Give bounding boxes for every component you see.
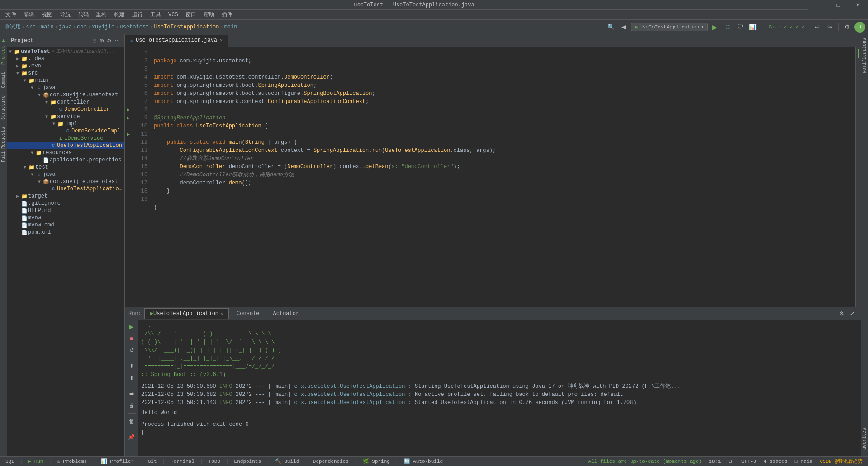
right-strip-favorites[interactable]: Favorites [861, 424, 868, 456]
project-collapse-all-button[interactable]: ⊟ [91, 37, 98, 45]
right-margin-scrollbar[interactable] [855, 47, 861, 307]
gutter-run-9[interactable]: ▶ [125, 114, 132, 122]
profiler-button[interactable]: 📊 [748, 22, 759, 33]
tree-item-mvnw[interactable]: ▶ 📄 mvnw [7, 214, 124, 221]
tree-item-usetotestapptests[interactable]: ▶ C UseToTestApplicationTests [7, 185, 124, 193]
tree-item-controller[interactable]: ▼ 📁 controller [7, 99, 124, 106]
statusbar-build[interactable]: 🔨 Build [273, 458, 301, 464]
breadcrumb-java[interactable]: java [59, 24, 72, 30]
sidebar-tab-pullrequests[interactable]: Pull Requests [0, 123, 7, 166]
tree-root[interactable]: ▼ 📁 useToTest 扎工作站/Java/IDEA笔记... [7, 48, 124, 55]
breadcrumb-method[interactable]: main [224, 24, 237, 30]
tree-item-service[interactable]: ▼ 📁 service [7, 113, 124, 120]
menu-tools[interactable]: 工具 [147, 10, 165, 19]
project-locate-button[interactable]: ⊕ [99, 37, 105, 45]
statusbar-encoding[interactable]: UTF-8 [740, 459, 758, 464]
console-tab[interactable]: Console [231, 308, 265, 319]
tab-close-button[interactable]: ✕ [220, 38, 223, 43]
statusbar-problems[interactable]: ⚠ Problems [55, 458, 89, 464]
tree-item-helpmd[interactable]: ▶ 📄 HELP.md [7, 207, 124, 214]
debug-button[interactable]: ⬡ [722, 22, 733, 33]
navigate-back-button[interactable]: ◀ [618, 22, 629, 33]
menu-run[interactable]: 运行 [128, 10, 147, 19]
gutter-run-8[interactable]: ▶ [125, 106, 132, 114]
statusbar-autobuild[interactable]: 🔄 Auto-build [402, 458, 445, 464]
tree-item-gitignore[interactable]: ▶ 📄 .gitignore [7, 200, 124, 207]
statusbar-lf[interactable]: LF [726, 459, 736, 464]
console-run-button[interactable]: ▶ [127, 322, 137, 332]
project-settings-button[interactable]: ⚙ [106, 37, 113, 45]
settings-button[interactable]: ⚙ [842, 22, 853, 33]
sidebar-tab-structure[interactable]: Structure [0, 92, 7, 123]
actuator-tab[interactable]: Actuator [267, 308, 305, 319]
console-stop-button[interactable]: ■ [127, 334, 137, 344]
tree-item-java[interactable]: ▼ ☕ java [7, 84, 124, 91]
console-settings-button[interactable]: ⚙ [836, 309, 846, 319]
statusbar-line-col[interactable]: 18:1 [707, 459, 722, 464]
code-content[interactable]: package com.xuyijie.usetotest; import co… [150, 47, 855, 307]
tree-item-pomxml[interactable]: ▶ 📄 pom.xml [7, 229, 124, 236]
breadcrumb-usetotest[interactable]: usetotest [119, 24, 149, 30]
close-button[interactable]: ✕ [848, 0, 868, 10]
tree-item-package-test[interactable]: ▼ 📦 com.xuyijie.usetotest [7, 178, 124, 185]
breadcrumb-com[interactable]: com [77, 24, 87, 30]
tree-item-main[interactable]: ▼ 📁 main [7, 77, 124, 84]
menu-code[interactable]: 代码 [74, 10, 92, 19]
search-everywhere-button[interactable]: 🔍 [606, 22, 617, 33]
menu-plugin[interactable]: 插件 [218, 10, 236, 19]
console-expand-button[interactable]: ⤢ [847, 309, 857, 319]
tree-item-test[interactable]: ▼ 📁 test [7, 164, 124, 171]
menu-help[interactable]: 帮助 [200, 10, 218, 19]
tree-item-target[interactable]: ▶ 📁 target [7, 193, 124, 200]
menu-window[interactable]: 窗口 [182, 10, 200, 19]
statusbar-sql[interactable]: SQL [4, 459, 16, 464]
tree-item-impl[interactable]: ▼ 📁 impl [7, 120, 124, 127]
breadcrumb-xuyijie[interactable]: xuyijie [92, 24, 114, 30]
statusbar-todo[interactable]: TODO [207, 459, 222, 464]
statusbar-dependencies[interactable]: Dependencies [311, 459, 351, 464]
breadcrumb-src[interactable]: src [26, 24, 36, 30]
tree-item-mvn[interactable]: ▶ 📁 .mvn [7, 62, 124, 70]
console-softWrap-button[interactable]: ⇌ [127, 389, 137, 399]
statusbar-branch[interactable]: □ main [793, 459, 815, 464]
menu-build[interactable]: 构建 [110, 10, 128, 19]
statusbar-git[interactable]: Git [146, 459, 159, 464]
breadcrumb-main[interactable]: main [41, 24, 54, 30]
tree-item-demoserviceimpl[interactable]: ▶ C DemoServiceImpl [7, 127, 124, 135]
run-tab-usetotestapplication[interactable]: ▶ UseToTestApplication ✕ [144, 308, 229, 319]
menu-vcs[interactable]: VCS [165, 11, 182, 19]
console-rerun-button[interactable]: ↺ [127, 345, 137, 355]
undo-button[interactable]: ↩ [811, 22, 822, 33]
tree-item-democontroller[interactable]: ▶ C DemoController [7, 106, 124, 113]
statusbar-profiler[interactable]: 📊 Profiler [99, 458, 136, 464]
statusbar-endpoints[interactable]: Endpoints [232, 459, 263, 464]
sidebar-tab-commit[interactable]: Commit [0, 68, 7, 92]
console-scroll-end-button[interactable]: ⬇ [127, 361, 137, 371]
gutter-run-11[interactable]: ▶ [125, 130, 132, 138]
tree-item-package[interactable]: ▼ 📦 com.xuyijie.usetotest [7, 91, 124, 99]
console-print-button[interactable]: 🖨 [127, 400, 137, 410]
project-options-button[interactable]: ⋯ [114, 37, 121, 45]
menu-view[interactable]: 视图 [38, 10, 56, 19]
editor-tab-usetotestapplication[interactable]: ☕ UseToTestApplication.java ✕ [125, 35, 228, 47]
right-strip-notifications[interactable]: Notifications [861, 34, 868, 77]
tree-item-idea[interactable]: ▶ 📁 .idea [7, 55, 124, 62]
breadcrumb-class[interactable]: UseToTestApplication [154, 24, 219, 30]
coverage-button[interactable]: 🛡 [735, 22, 746, 33]
statusbar-spring[interactable]: 🌿 Spring [361, 458, 392, 464]
menu-edit[interactable]: 编辑 [20, 10, 38, 19]
menu-navigate[interactable]: 导航 [56, 10, 74, 19]
console-clear-button[interactable]: 🗑 [127, 416, 137, 426]
console-output[interactable]: . ____ _ __ _ _ /\\ / ___'_ __ _ _(_)_ _… [138, 320, 861, 456]
maximize-button[interactable]: □ [828, 0, 848, 10]
minimize-button[interactable]: ─ [808, 0, 828, 10]
tree-item-usetotestapplication[interactable]: ▶ C UseToTestApplication [7, 142, 124, 149]
statusbar-run[interactable]: ▶ Run [26, 458, 45, 464]
console-scroll-top-button[interactable]: ⬆ [127, 373, 137, 383]
redo-button[interactable]: ↪ [824, 22, 835, 33]
tree-item-java-test[interactable]: ▼ ☕ java [7, 171, 124, 178]
statusbar-terminal[interactable]: Terminal [169, 459, 196, 464]
tree-item-idemoservice[interactable]: ▶ I IDemoService [7, 135, 124, 142]
tree-item-resources[interactable]: ▼ 📁 resources [7, 149, 124, 156]
statusbar-indent[interactable]: 4 spaces [762, 459, 789, 464]
